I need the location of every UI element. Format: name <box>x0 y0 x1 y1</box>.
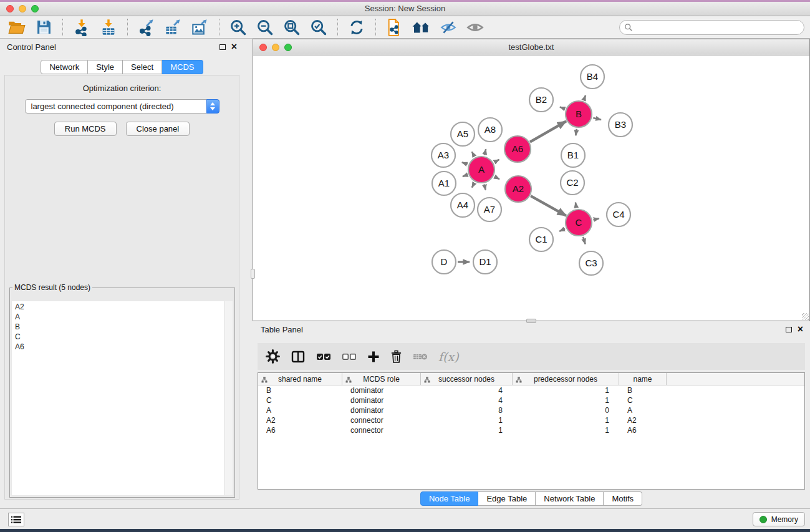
node-A8[interactable]: A8 <box>478 118 502 142</box>
node-C4[interactable]: C4 <box>607 203 630 226</box>
node-C3[interactable]: C3 <box>579 251 603 275</box>
table-settings-button[interactable] <box>266 347 280 366</box>
table-cell[interactable]: 8 <box>421 405 513 415</box>
refresh-button[interactable] <box>345 17 368 37</box>
result-item[interactable]: A6 <box>15 342 229 352</box>
graphics-details-button[interactable] <box>437 17 460 37</box>
table-cell[interactable]: 1 <box>513 385 619 395</box>
table-cell[interactable]: A <box>258 405 342 415</box>
tab-network[interactable]: Network <box>41 60 88 74</box>
clone-network-button[interactable] <box>383 17 406 37</box>
table-tab-edge-table[interactable]: Edge Table <box>478 491 536 506</box>
column-header-shared-name[interactable]: shared name <box>258 373 342 385</box>
edge-C-C2[interactable] <box>576 203 576 208</box>
table-row[interactable]: Adominator80A <box>258 405 804 415</box>
node-C2[interactable]: C2 <box>561 171 584 195</box>
table-cell[interactable]: connector <box>342 425 421 435</box>
column-header-mcds-role[interactable]: MCDS role <box>342 373 421 385</box>
table-cell[interactable]: A6 <box>258 425 342 435</box>
edge-A-A4[interactable] <box>472 183 475 188</box>
table-cell[interactable]: B <box>258 385 342 395</box>
table-cell[interactable]: 0 <box>513 405 619 415</box>
export-table-button[interactable] <box>162 17 185 37</box>
node-C1[interactable]: C1 <box>529 228 553 251</box>
node-D1[interactable]: D1 <box>473 250 497 274</box>
table-tab-node-table[interactable]: Node Table <box>420 491 479 506</box>
edge-A-A6[interactable] <box>494 160 499 162</box>
node-table[interactable]: shared nameMCDS rolesuccessor nodesprede… <box>258 372 805 490</box>
network-graph[interactable]: AA1A2A3A4A5A6A7A8BB1B2B3B4CC1C2C3C4DD1 <box>253 56 809 321</box>
task-history-button[interactable] <box>8 513 24 526</box>
edge-B-B1[interactable] <box>576 129 577 136</box>
select-all-button[interactable] <box>316 347 331 366</box>
panel-divider-grip[interactable] <box>526 319 536 323</box>
edge-A2-C[interactable] <box>531 196 566 216</box>
tab-select[interactable]: Select <box>123 60 162 74</box>
edge-A-A5[interactable] <box>472 152 475 157</box>
table-cell[interactable]: A2 <box>619 415 667 425</box>
column-header-predecessor-nodes[interactable]: predecessor nodes <box>513 373 619 385</box>
function-builder-button[interactable]: f(x) <box>438 347 459 366</box>
import-table-button[interactable] <box>97 17 120 37</box>
table-row[interactable]: A6connector11A6 <box>258 425 804 435</box>
zoom-fit-button[interactable] <box>281 17 303 37</box>
table-cell[interactable]: 4 <box>421 385 513 395</box>
node-A7[interactable]: A7 <box>478 198 501 221</box>
edge-C-C3[interactable] <box>583 237 586 244</box>
node-A3[interactable]: A3 <box>432 143 455 167</box>
table-cell[interactable]: 1 <box>421 425 513 435</box>
edge-B-B3[interactable] <box>593 118 601 120</box>
network-canvas[interactable]: AA1A2A3A4A5A6A7A8BB1B2B3B4CC1C2C3C4DD1 <box>253 56 809 321</box>
table-cell[interactable]: dominator <box>342 405 421 415</box>
table-cell[interactable]: dominator <box>342 385 421 395</box>
edge-A-A2[interactable] <box>494 177 499 179</box>
node-A5[interactable]: A5 <box>451 122 475 146</box>
node-C[interactable]: C <box>566 210 592 236</box>
table-cell[interactable]: C <box>258 395 342 405</box>
close-traffic-light[interactable] <box>6 5 14 12</box>
node-A6[interactable]: A6 <box>504 136 531 162</box>
node-A2[interactable]: A2 <box>505 176 531 202</box>
zoom-in-button[interactable] <box>227 17 249 37</box>
edge-A-A7[interactable] <box>485 185 486 190</box>
node-B3[interactable]: B3 <box>609 113 632 137</box>
table-cell[interactable]: B <box>619 385 667 395</box>
network-minimize-traffic-light[interactable] <box>272 44 279 51</box>
zoom-traffic-light[interactable] <box>31 5 39 12</box>
tab-style[interactable]: Style <box>88 60 123 74</box>
table-row[interactable]: Bdominator41B <box>258 385 804 395</box>
table-row[interactable]: A2connector11A2 <box>258 415 804 425</box>
network-close-traffic-light[interactable] <box>259 44 267 51</box>
node-A4[interactable]: A4 <box>451 193 475 217</box>
close-panel-button[interactable]: Close panel <box>126 122 190 136</box>
close-table-panel-icon[interactable]: × <box>798 326 803 332</box>
node-B4[interactable]: B4 <box>581 65 604 89</box>
tab-mcds[interactable]: MCDS <box>162 60 203 74</box>
table-cell[interactable]: dominator <box>342 395 421 405</box>
edge-A-A8[interactable] <box>485 149 486 155</box>
result-item[interactable]: C <box>15 332 229 342</box>
table-cell[interactable]: 1 <box>513 415 619 425</box>
column-header-name[interactable]: name <box>619 373 667 385</box>
search-box[interactable] <box>619 20 804 35</box>
delete-table-button[interactable] <box>413 347 428 366</box>
table-cell[interactable]: C <box>619 395 667 405</box>
search-input[interactable] <box>636 22 799 32</box>
edge-B-B4[interactable] <box>584 95 586 100</box>
table-tab-motifs[interactable]: Motifs <box>604 491 642 506</box>
float-table-panel-icon[interactable] <box>786 327 792 332</box>
split-view-button[interactable] <box>291 347 306 366</box>
table-cell[interactable]: 4 <box>421 395 513 405</box>
zoom-selected-button[interactable] <box>307 17 330 37</box>
save-session-button[interactable] <box>32 17 55 37</box>
open-file-button[interactable] <box>6 17 28 37</box>
memory-button[interactable]: Memory <box>753 512 805 526</box>
edge-A-A3[interactable] <box>462 162 468 164</box>
result-item[interactable]: B <box>15 322 229 332</box>
node-B[interactable]: B <box>566 101 592 127</box>
optimization-criterion-dropdown[interactable]: largest connected component (directed) <box>25 99 219 114</box>
add-column-button[interactable] <box>367 347 380 366</box>
node-B1[interactable]: B1 <box>561 143 585 167</box>
node-A[interactable]: A <box>468 157 494 183</box>
float-panel-icon[interactable] <box>219 44 226 50</box>
